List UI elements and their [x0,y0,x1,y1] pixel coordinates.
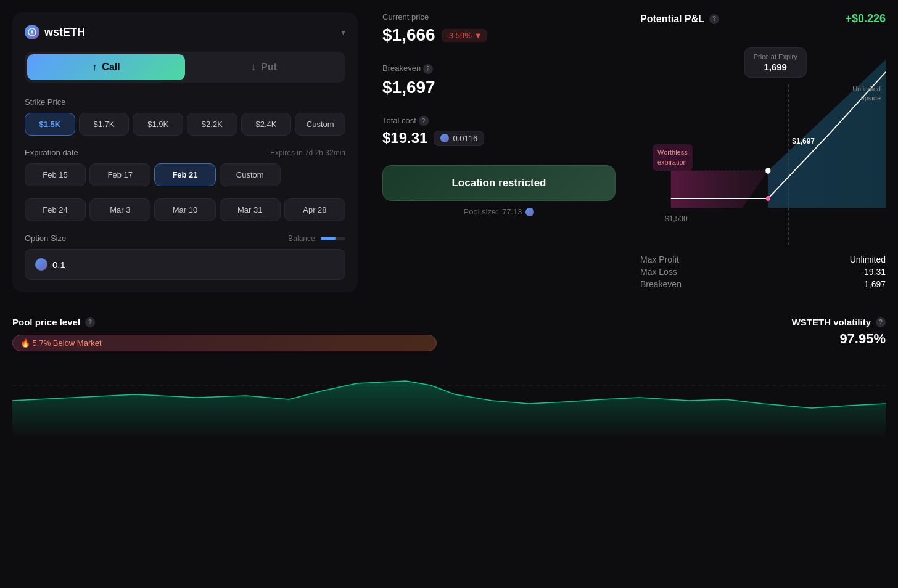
pool-price-label: Pool price level [12,317,80,327]
max-loss-value: -19.31 [850,267,886,277]
middle-panel: Current price $1,666 -3.59% ▼ Breakeven … [370,12,628,292]
total-cost-section: Total cost ? $19.31 0.0116 [382,116,616,147]
max-profit-label: Max Profit [640,255,850,264]
pl-title-row: Potential P&L ? [640,14,719,25]
expires-text: Expires in 7d 2h 32min [270,149,345,157]
below-market-text: 🔥 5.7% Below Market [20,338,102,348]
wave-fill [12,381,886,438]
exp-feb24[interactable]: Feb 24 [25,198,86,221]
right-panel: Potential P&L ? +$0.226 [628,12,886,292]
cost-eth-value: 0.0116 [453,134,477,143]
chevron-down-icon[interactable]: ▾ [341,27,345,37]
pool-size-label: Pool size: [464,207,498,216]
option-size-header: Option Size Balance: [25,234,345,243]
strike-price-label: Strike Price [25,97,345,107]
current-price-label: Current price [382,12,616,22]
profit-zone [768,60,886,208]
total-cost-label: Total cost ? [382,116,616,126]
exp-mar10[interactable]: Mar 10 [154,198,215,221]
price-change-value: -3.59% [447,31,472,40]
pool-price-header: Pool price level ? [12,317,437,327]
call-icon: ↑ [92,62,97,73]
current-price-section: Current price $1,666 -3.59% ▼ [382,12,616,45]
breakeven-stat-label: Breakeven [640,279,850,289]
breakeven-section-label: Breakeven ? [382,63,616,74]
put-icon: ↓ [251,62,256,73]
max-loss-label: Max Loss [640,267,850,277]
below-market-badge: 🔥 5.7% Below Market [12,335,437,351]
pl-value: +$0.226 [845,12,886,25]
balance-label: Balance: [288,234,317,243]
current-price-value: $1,666 [382,25,435,45]
put-label: Put [261,62,277,73]
call-put-toggle: ↑ Call ↓ Put [25,52,345,83]
cost-eth-badge: 0.0116 [434,131,484,146]
pl-chart: Price at Expiry 1,699 Unlimitedupside Wo… [640,35,886,245]
pl-title: Potential P&L [640,14,704,25]
pool-size-icon [525,208,534,216]
exp-feb21[interactable]: Feb 21 [154,163,215,186]
volatility-section: WSTETH volatility ? 97.95% [449,317,886,351]
exp-apr28[interactable]: Apr 28 [284,198,345,221]
volatility-value: 97.95% [449,331,886,347]
strike-1500[interactable]: $1.5K [25,113,75,136]
max-profit-value: Unlimited [850,255,886,264]
balance-indicator [321,237,345,240]
balance-bar: Balance: [288,234,345,243]
exp-mar31[interactable]: Mar 31 [220,198,281,221]
panel-title: wstETH [44,26,85,39]
strike-custom-top[interactable]: Custom [295,113,345,136]
eth-icon-cost [440,134,449,142]
put-button[interactable]: ↓ Put [185,54,343,80]
price-at-expiry-label: Price at Expiry 1,699 [744,47,807,78]
breakeven-stat-value: 1,697 [850,279,886,289]
breakeven-help-icon[interactable]: ? [423,64,433,74]
size-input[interactable]: 0.1 [25,249,345,280]
pl-help-icon[interactable]: ? [709,14,719,24]
breakeven-section: Breakeven ? $1,697 [382,63,616,97]
exp-feb15[interactable]: Feb 15 [25,163,86,186]
total-cost-help-icon[interactable]: ? [419,116,429,126]
price-change-badge: -3.59% ▼ [442,29,487,42]
loss-zone [671,171,768,208]
strike-1900[interactable]: $1.9K [133,113,183,136]
strike-2200[interactable]: $2.2K [187,113,237,136]
chart-label-1500: $1,500 [665,214,688,223]
worthless-expiry-label: Worthlessexpiration [653,144,693,171]
expiration-header: Expiration date Expires in 7d 2h 32min [25,148,345,157]
wsteth-icon [25,25,39,39]
pool-price-help-icon[interactable]: ? [85,317,95,327]
location-restricted-button[interactable]: Location restricted [382,165,616,201]
panel-header: wstETH ▾ [25,25,345,39]
volatility-header: WSTETH volatility ? [449,317,886,327]
expiration-row1: Feb 15 Feb 17 Feb 21 Custom [25,163,345,186]
exp-feb17[interactable]: Feb 17 [89,163,150,186]
call-label: Call [102,62,120,73]
volatility-help-icon[interactable]: ? [876,317,886,327]
strike-1700[interactable]: $1.7K [79,113,130,136]
pool-price-section: Pool price level ? 🔥 5.7% Below Market [12,317,449,351]
volatility-label: WSTETH volatility [792,317,871,327]
expiration-row2: Feb 24 Mar 3 Mar 10 Mar 31 Apr 28 [25,198,345,221]
eth-icon-input [35,258,47,271]
pool-size: Pool size: 77.13 [382,207,616,216]
unlimited-upside-label: Unlimitedupside [852,84,881,104]
call-button[interactable]: ↑ Call [27,54,185,80]
cost-usd-value: $19.31 [382,129,427,147]
panel-title-row: wstETH [25,25,85,39]
bottom-section: Pool price level ? 🔥 5.7% Below Market W… [12,304,886,438]
pool-size-value: 77.13 [502,207,522,216]
bottom-chart [12,364,886,438]
size-value: 0.1 [52,259,65,270]
expiration-label: Expiration date [25,148,78,157]
balance-fill [321,237,336,240]
cost-row: $19.31 0.0116 [382,129,616,147]
price-row: $1,666 -3.59% ▼ [382,25,616,45]
exp-mar3[interactable]: Mar 3 [89,198,150,221]
pl-stats: Max Profit Unlimited Max Loss -19.31 Bre… [640,255,886,289]
option-size-label: Option Size [25,234,66,243]
strike-2400[interactable]: $2.4K [241,113,292,136]
price-change-arrow: ▼ [474,31,482,40]
strike-price-buttons: $1.5K $1.7K $1.9K $2.2K $2.4K Custom [25,113,345,136]
exp-custom-bottom[interactable]: Custom [220,163,281,186]
